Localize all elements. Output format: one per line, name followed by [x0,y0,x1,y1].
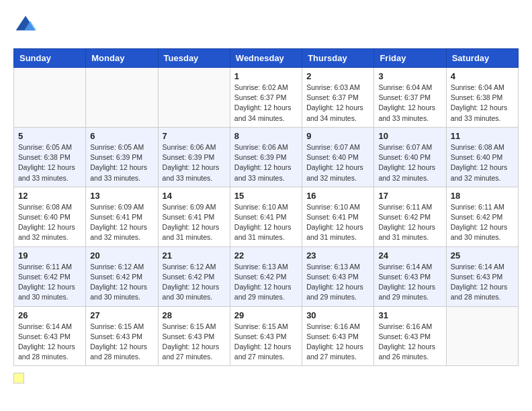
day-number: 5 [18,131,81,141]
calendar-cell: 20Sunrise: 6:12 AM Sunset: 6:42 PM Dayli… [86,246,158,306]
weekday-header-thursday: Thursday [302,49,374,68]
day-number: 12 [18,191,81,201]
day-info: Sunrise: 6:13 AM Sunset: 6:42 PM Dayligh… [234,262,298,303]
calendar-week-row: 12Sunrise: 6:08 AM Sunset: 6:40 PM Dayli… [14,187,519,246]
day-number: 28 [163,310,226,320]
calendar-week-row: 19Sunrise: 6:11 AM Sunset: 6:42 PM Dayli… [14,246,519,306]
day-number: 2 [306,71,369,81]
day-info: Sunrise: 6:16 AM Sunset: 6:43 PM Dayligh… [306,322,369,363]
footer [13,373,519,383]
calendar-cell: 10Sunrise: 6:07 AM Sunset: 6:40 PM Dayli… [374,127,446,187]
day-number: 21 [163,250,226,261]
calendar-cell: 8Sunrise: 6:06 AM Sunset: 6:39 PM Daylig… [230,127,302,187]
day-number: 26 [18,310,81,320]
day-number: 16 [306,191,369,201]
calendar-cell: 28Sunrise: 6:15 AM Sunset: 6:43 PM Dayli… [158,306,230,366]
day-number: 3 [378,71,441,81]
calendar-cell: 22Sunrise: 6:13 AM Sunset: 6:42 PM Dayli… [230,246,302,306]
day-number: 30 [306,310,369,320]
day-info: Sunrise: 6:14 AM Sunset: 6:43 PM Dayligh… [378,262,441,303]
day-info: Sunrise: 6:09 AM Sunset: 6:41 PM Dayligh… [90,202,153,243]
day-info: Sunrise: 6:16 AM Sunset: 6:43 PM Dayligh… [378,322,441,363]
day-info: Sunrise: 6:14 AM Sunset: 6:43 PM Dayligh… [451,262,514,303]
day-info: Sunrise: 6:06 AM Sunset: 6:39 PM Dayligh… [234,142,298,183]
day-info: Sunrise: 6:10 AM Sunset: 6:41 PM Dayligh… [234,202,298,243]
day-info: Sunrise: 6:09 AM Sunset: 6:41 PM Dayligh… [163,202,226,243]
day-info: Sunrise: 6:15 AM Sunset: 6:43 PM Dayligh… [234,322,298,363]
calendar-cell: 17Sunrise: 6:11 AM Sunset: 6:42 PM Dayli… [374,187,446,246]
calendar-table: SundayMondayTuesdayWednesdayThursdayFrid… [13,48,519,366]
day-info: Sunrise: 6:08 AM Sunset: 6:40 PM Dayligh… [18,202,81,243]
day-info: Sunrise: 6:06 AM Sunset: 6:39 PM Dayligh… [163,142,226,183]
calendar-cell: 3Sunrise: 6:04 AM Sunset: 6:37 PM Daylig… [374,68,446,128]
weekday-header-friday: Friday [374,49,446,68]
day-number: 14 [163,191,226,201]
day-info: Sunrise: 6:04 AM Sunset: 6:37 PM Dayligh… [378,83,441,124]
calendar-cell: 21Sunrise: 6:12 AM Sunset: 6:42 PM Dayli… [158,246,230,306]
day-number: 25 [451,250,514,261]
calendar-cell [14,68,86,128]
calendar-cell [86,68,158,128]
calendar-cell: 1Sunrise: 6:02 AM Sunset: 6:37 PM Daylig… [230,68,302,128]
day-info: Sunrise: 6:11 AM Sunset: 6:42 PM Dayligh… [378,202,441,243]
day-number: 22 [234,250,298,261]
calendar-week-row: 5Sunrise: 6:05 AM Sunset: 6:38 PM Daylig… [14,127,519,187]
day-info: Sunrise: 6:04 AM Sunset: 6:38 PM Dayligh… [451,83,514,124]
day-info: Sunrise: 6:07 AM Sunset: 6:40 PM Dayligh… [378,142,441,183]
day-number: 1 [234,71,298,81]
day-info: Sunrise: 6:11 AM Sunset: 6:42 PM Dayligh… [18,262,81,303]
day-number: 19 [18,250,81,261]
weekday-header-saturday: Saturday [446,49,518,68]
day-number: 13 [90,191,153,201]
day-number: 23 [306,250,369,261]
day-number: 4 [451,71,514,81]
day-info: Sunrise: 6:05 AM Sunset: 6:38 PM Dayligh… [18,142,81,183]
day-info: Sunrise: 6:03 AM Sunset: 6:37 PM Dayligh… [306,83,369,124]
calendar-cell: 23Sunrise: 6:13 AM Sunset: 6:43 PM Dayli… [302,246,374,306]
day-info: Sunrise: 6:07 AM Sunset: 6:40 PM Dayligh… [306,142,369,183]
calendar-cell [446,306,518,366]
day-number: 24 [378,250,441,261]
day-number: 15 [234,191,298,201]
day-info: Sunrise: 6:12 AM Sunset: 6:42 PM Dayligh… [163,262,226,303]
calendar-cell: 31Sunrise: 6:16 AM Sunset: 6:43 PM Dayli… [374,306,446,366]
day-info: Sunrise: 6:15 AM Sunset: 6:43 PM Dayligh… [163,322,226,363]
calendar-cell: 14Sunrise: 6:09 AM Sunset: 6:41 PM Dayli… [158,187,230,246]
day-info: Sunrise: 6:10 AM Sunset: 6:41 PM Dayligh… [306,202,369,243]
logo [13,13,40,38]
calendar-cell: 29Sunrise: 6:15 AM Sunset: 6:43 PM Dayli… [230,306,302,366]
day-info: Sunrise: 6:14 AM Sunset: 6:43 PM Dayligh… [18,322,81,363]
weekday-header-tuesday: Tuesday [158,49,230,68]
day-info: Sunrise: 6:08 AM Sunset: 6:40 PM Dayligh… [451,142,514,183]
calendar-cell: 5Sunrise: 6:05 AM Sunset: 6:38 PM Daylig… [14,127,86,187]
day-info: Sunrise: 6:15 AM Sunset: 6:43 PM Dayligh… [90,322,153,363]
day-info: Sunrise: 6:12 AM Sunset: 6:42 PM Dayligh… [90,262,153,303]
day-info: Sunrise: 6:13 AM Sunset: 6:43 PM Dayligh… [306,262,369,303]
calendar-cell: 6Sunrise: 6:05 AM Sunset: 6:39 PM Daylig… [86,127,158,187]
day-number: 9 [306,131,369,141]
day-number: 29 [234,310,298,320]
calendar-cell: 24Sunrise: 6:14 AM Sunset: 6:43 PM Dayli… [374,246,446,306]
calendar-cell: 18Sunrise: 6:11 AM Sunset: 6:42 PM Dayli… [446,187,518,246]
calendar-cell: 30Sunrise: 6:16 AM Sunset: 6:43 PM Dayli… [302,306,374,366]
calendar-cell: 12Sunrise: 6:08 AM Sunset: 6:40 PM Dayli… [14,187,86,246]
calendar-cell [158,68,230,128]
page-header [13,13,519,38]
calendar-cell: 7Sunrise: 6:06 AM Sunset: 6:39 PM Daylig… [158,127,230,187]
day-info: Sunrise: 6:02 AM Sunset: 6:37 PM Dayligh… [234,83,298,124]
weekday-header-sunday: Sunday [14,49,86,68]
calendar-cell: 19Sunrise: 6:11 AM Sunset: 6:42 PM Dayli… [14,246,86,306]
calendar-week-row: 26Sunrise: 6:14 AM Sunset: 6:43 PM Dayli… [14,306,519,366]
day-number: 17 [378,191,441,201]
day-number: 11 [451,131,514,141]
day-number: 7 [163,131,226,141]
calendar-cell: 25Sunrise: 6:14 AM Sunset: 6:43 PM Dayli… [446,246,518,306]
calendar-week-row: 1Sunrise: 6:02 AM Sunset: 6:37 PM Daylig… [14,68,519,128]
day-number: 20 [90,250,153,261]
day-number: 8 [234,131,298,141]
day-number: 18 [451,191,514,201]
day-number: 6 [90,131,153,141]
calendar-cell: 9Sunrise: 6:07 AM Sunset: 6:40 PM Daylig… [302,127,374,187]
calendar-cell: 26Sunrise: 6:14 AM Sunset: 6:43 PM Dayli… [14,306,86,366]
calendar-cell: 27Sunrise: 6:15 AM Sunset: 6:43 PM Dayli… [86,306,158,366]
